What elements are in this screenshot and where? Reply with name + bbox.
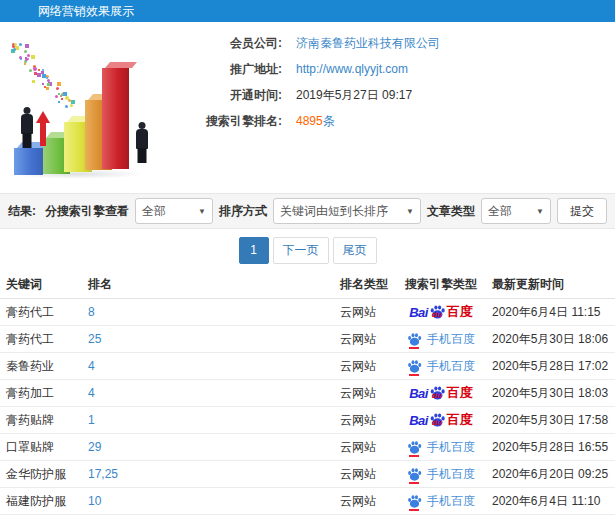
rank-type-cell: 云网站 (340, 304, 396, 321)
last-page-button[interactable]: 尾页 (333, 237, 377, 264)
chevron-down-icon: ▼ (198, 207, 206, 216)
article-type-select[interactable]: 全部 ▼ (481, 198, 551, 224)
open-time-value: 2019年5月27日 09:17 (296, 87, 412, 104)
rank-link[interactable]: 17,25 (88, 467, 340, 481)
member-company-link[interactable]: 济南秦鲁药业科技有限公司 (296, 35, 440, 52)
engine-rank-value: 4895条 (296, 113, 335, 130)
rank-count-unit: 条 (323, 114, 335, 128)
page-title: 网络营销效果展示 (38, 4, 134, 18)
open-time-row: 开通时间: 2019年5月27日 09:17 (170, 82, 610, 108)
rank-type-cell: 云网站 (340, 331, 396, 348)
baidu-cn-text: 百度 (447, 384, 473, 402)
rank-type-cell: 云网站 (340, 493, 396, 510)
sort-filter-select[interactable]: 关键词由短到长排序 ▼ (273, 198, 421, 224)
table-row: 金华防护服 17,25 云网站 手机百度 (0, 461, 615, 488)
updated-cell: 2020年5月30日 17:58 (486, 412, 615, 429)
member-company-row: 会员公司: 济南秦鲁药业科技有限公司 (170, 30, 610, 56)
engine-cell: 手机百度 (396, 439, 486, 456)
mobile-baidu-paw-icon (407, 332, 422, 347)
promo-url-row: 推广地址: http://www.qlyyjt.com (170, 56, 610, 82)
mobile-baidu-paw-icon (407, 494, 422, 509)
baidu-bai-text: Bai (409, 413, 428, 428)
next-page-button[interactable]: 下一页 (273, 237, 329, 264)
table-row: 膏药代工 25 云网站 手机百度 (0, 326, 615, 353)
mobile-baidu-logo[interactable]: 手机百度 (407, 466, 475, 483)
keyword-cell: 福建防护服 (0, 493, 88, 510)
header-keyword: 关键词 (0, 276, 88, 293)
sort-filter-label: 排序方式 (219, 203, 267, 220)
keyword-cell: 金华防护服 (0, 466, 88, 483)
page-1-button[interactable]: 1 (239, 237, 269, 264)
rank-link[interactable]: 10 (88, 494, 340, 508)
mobile-baidu-logo[interactable]: 手机百度 (407, 331, 475, 348)
baidu-cn-text: 百度 (447, 303, 473, 321)
rank-type-cell: 云网站 (340, 466, 396, 483)
filter-panel: 结果: 分搜索引擎查看 全部 ▼ 排序方式 关键词由短到长排序 ▼ 文章类型 全… (0, 193, 615, 229)
mobile-baidu-paw-icon (407, 359, 422, 374)
engine-filter-value: 全部 (142, 203, 166, 220)
table-row: 秦鲁药业 4 云网站 手机百度 (0, 353, 615, 380)
summary-section: 会员公司: 济南秦鲁药业科技有限公司 推广地址: http://www.qlyy… (0, 22, 615, 193)
table-row: 口罩贴牌 29 云网站 手机百度 (0, 434, 615, 461)
keyword-cell: 膏药贴牌 (0, 412, 88, 429)
window-titlebar: 网络营销效果展示 (0, 0, 615, 22)
mobile-baidu-logo[interactable]: 手机百度 (407, 493, 475, 510)
updated-cell: 2020年6月4日 11:15 (486, 304, 615, 321)
rank-link[interactable]: 4 (88, 386, 340, 400)
rank-type-cell: 云网站 (340, 358, 396, 375)
updated-cell: 2020年6月4日 11:10 (486, 493, 615, 510)
rank-type-cell: 云网站 (340, 412, 396, 429)
rank-link[interactable]: 1 (88, 413, 340, 427)
rank-link[interactable]: 25 (88, 332, 340, 346)
mobile-baidu-text: 手机百度 (427, 358, 475, 375)
keyword-cell: 膏药代工 (0, 304, 88, 321)
confetti-decoration (0, 27, 170, 185)
promo-url-link[interactable]: http://www.qlyyjt.com (296, 62, 408, 76)
chevron-down-icon: ▼ (406, 207, 414, 216)
keyword-rank-table: 关键词 排名 排名类型 搜索引擎类型 最新更新时间 膏药代工 8 云网站 Bai (0, 271, 615, 520)
pagination: 1 下一页 尾页 (0, 229, 615, 271)
rank-link[interactable]: 8 (88, 305, 340, 319)
rank-link[interactable]: 29 (88, 440, 340, 454)
rank-type-cell: 云网站 (340, 385, 396, 402)
keyword-cell: 秦鲁药业 (0, 358, 88, 375)
engine-filter-select[interactable]: 全部 ▼ (135, 198, 213, 224)
baidu-bai-text: Bai (409, 386, 428, 401)
baidu-logo[interactable]: Bai du 百度 (409, 303, 473, 321)
table-row: 福建防护服 10 云网站 手机百度 (0, 488, 615, 515)
mobile-baidu-text: 手机百度 (427, 466, 475, 483)
header-engine-type: 搜索引擎类型 (396, 276, 486, 293)
mobile-baidu-logo[interactable]: 手机百度 (407, 358, 475, 375)
table-row: Bai du 百度 (0, 515, 615, 520)
filter-controls: 分搜索引擎查看 全部 ▼ 排序方式 关键词由短到长排序 ▼ 文章类型 全部 ▼ … (45, 198, 607, 224)
bar-chart-illustration (0, 27, 170, 185)
article-type-value: 全部 (488, 203, 512, 220)
mobile-baidu-text: 手机百度 (427, 493, 475, 510)
table-body: 膏药代工 8 云网站 Bai du (0, 299, 615, 520)
promo-url-label: 推广地址: (170, 61, 282, 78)
mobile-baidu-paw-icon (407, 467, 422, 482)
table-row: 膏药代工 8 云网站 Bai du (0, 299, 615, 326)
article-type-label: 文章类型 (427, 203, 475, 220)
mobile-baidu-logo[interactable]: 手机百度 (407, 439, 475, 456)
submit-button[interactable]: 提交 (557, 198, 607, 224)
rank-link[interactable]: 4 (88, 359, 340, 373)
engine-cell: Bai du 百度 (396, 384, 486, 402)
engine-cell: Bai du 百度 (396, 303, 486, 321)
table-header-row: 关键词 排名 排名类型 搜索引擎类型 最新更新时间 (0, 271, 615, 299)
baidu-cn-text: 百度 (447, 411, 473, 429)
updated-cell: 2020年5月28日 16:55 (486, 439, 615, 456)
engine-cell: 手机百度 (396, 493, 486, 510)
baidu-logo[interactable]: Bai du 百度 (409, 411, 473, 429)
rank-type-cell: 云网站 (340, 439, 396, 456)
engine-cell: 手机百度 (396, 331, 486, 348)
member-company-label: 会员公司: (170, 35, 282, 52)
mobile-baidu-text: 手机百度 (427, 331, 475, 348)
header-rank-type: 排名类型 (340, 276, 396, 293)
engine-rank-row: 搜索引擎排名: 4895条 (170, 108, 610, 134)
updated-cell: 2020年5月30日 18:06 (486, 331, 615, 348)
baidu-logo[interactable]: Bai du 百度 (409, 384, 473, 402)
engine-cell: 手机百度 (396, 358, 486, 375)
chevron-down-icon: ▼ (536, 207, 544, 216)
header-updated: 最新更新时间 (486, 276, 615, 293)
